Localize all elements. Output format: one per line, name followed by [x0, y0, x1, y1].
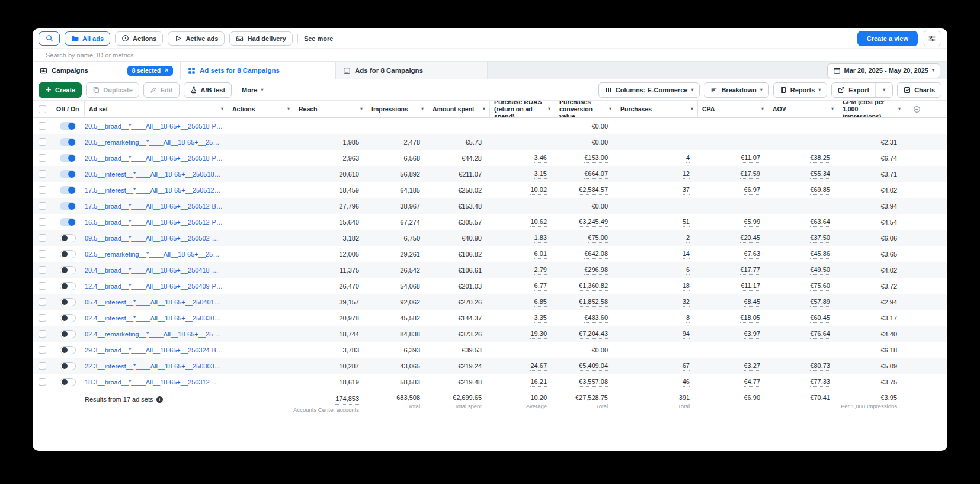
adset-toggle[interactable] [60, 346, 76, 354]
reports-button[interactable]: Reports ▾ [773, 82, 828, 98]
adset-name-link[interactable]: 02.4__interest__*____All__18-65+__250330… [85, 315, 223, 322]
adset-toggle[interactable] [60, 170, 76, 178]
adset-toggle[interactable] [60, 234, 76, 242]
edit-button[interactable]: Edit [143, 82, 180, 98]
col-header-cpa[interactable]: CPA▾ [698, 101, 768, 117]
view-settings-button[interactable] [923, 31, 941, 46]
adset-name-link[interactable]: 18.3__broad__*____All__18-65+__250312-UT… [85, 379, 223, 386]
adset-toggle[interactable] [60, 362, 76, 370]
search-input[interactable] [44, 51, 930, 59]
adset-name-link[interactable]: 16.5__broad__*____All__18-65+__250512-PS… [85, 219, 223, 226]
adset-name-link[interactable]: 17.5__broad__*____All__18-65+__250512-BA… [85, 203, 223, 210]
adset-name-link[interactable]: 20.5__interest__*____All__18-65+__250518… [85, 171, 223, 178]
create-button[interactable]: Create [39, 82, 82, 98]
info-icon[interactable]: i [156, 396, 163, 403]
row-checkbox[interactable] [39, 202, 46, 210]
date-range-picker[interactable]: Mar 20, 2025 - May 20, 2025 ▾ [827, 63, 941, 78]
adset-toggle[interactable] [60, 186, 76, 194]
export-options-button[interactable]: ▾ [875, 83, 892, 97]
adset-name-link[interactable]: 02.4__remarketing__*____All__18-65+__250… [85, 331, 223, 338]
total-value: €70.41 [810, 394, 830, 401]
row-checkbox[interactable] [39, 186, 46, 194]
adset-toggle[interactable] [60, 378, 76, 386]
select-all-checkbox[interactable] [39, 105, 46, 113]
col-header-name[interactable]: Ad set▾ [85, 101, 228, 117]
row-checkbox[interactable] [39, 330, 46, 338]
filter-chip-all-ads[interactable]: All ads [65, 31, 110, 46]
tab-campaigns[interactable]: Campaigns 8 selected × [33, 62, 181, 79]
adset-toggle[interactable] [60, 266, 76, 274]
create-view-button[interactable]: Create a view [857, 31, 918, 46]
col-header-actions[interactable]: Actions▾ [228, 101, 294, 117]
row-checkbox[interactable] [39, 218, 46, 226]
adset-toggle[interactable] [60, 202, 76, 210]
adset-name-link[interactable]: 20.5__broad__*____All__18-65+__250518-PS… [85, 155, 223, 162]
adset-name-link[interactable]: 09.5__broad__*____All__18-65+__250502-HD… [85, 235, 223, 242]
export-button[interactable]: Export [832, 83, 875, 97]
col-header-reach[interactable]: Reach▾ [294, 101, 367, 117]
col-header-roas[interactable]: Purchase ROAS (return on ad spend)▾ [490, 101, 555, 117]
see-more-button[interactable]: See more [303, 35, 335, 42]
charts-button[interactable]: Charts [897, 82, 941, 98]
breakdown-button[interactable]: Breakdown ▾ [704, 82, 768, 98]
adset-name-link[interactable]: 02.5__remarketing__*____All__18-65+__250… [85, 251, 223, 258]
flask-icon [190, 86, 197, 94]
duplicate-button[interactable]: Duplicate [86, 82, 139, 98]
adset-name-link[interactable]: 20.5__remarketing__*____All__18-65+__250… [85, 139, 223, 146]
col-header-purchases[interactable]: Purchases▾ [616, 101, 698, 117]
col-header-cpm[interactable]: CPM (cost per 1,000 impressions)▾ [838, 101, 905, 117]
row-checkbox[interactable] [39, 154, 46, 162]
adset-toggle[interactable] [60, 250, 76, 258]
col-header-spent[interactable]: Amount spent▾ [428, 101, 490, 117]
chevron-down-icon: ▾ [261, 88, 263, 92]
row-checkbox[interactable] [39, 138, 46, 146]
adset-name-link[interactable]: 20.5__broad__*____All__18-65+__250518-PS… [85, 123, 223, 130]
conv-cell: €7,204.43 [555, 326, 616, 342]
row-checkbox[interactable] [39, 314, 46, 322]
col-header-aov[interactable]: AOV▾ [768, 101, 838, 117]
row-checkbox[interactable] [39, 298, 46, 306]
adset-toggle[interactable] [60, 122, 76, 130]
adset-name-link[interactable]: 29.3__broad__*____All__18-65+__250324-BA… [85, 347, 223, 354]
tab-ad-sets[interactable]: Ad sets for 8 Campaigns [181, 62, 336, 79]
row-checkbox[interactable] [39, 266, 46, 274]
adset-toggle[interactable] [60, 282, 76, 290]
row-checkbox[interactable] [39, 234, 46, 242]
adset-toggle[interactable] [60, 154, 76, 162]
row-checkbox[interactable] [39, 122, 46, 130]
tab-ads[interactable]: Ads for 8 Campaigns [336, 62, 488, 79]
adset-toggle[interactable] [60, 314, 76, 322]
adset-toggle[interactable] [60, 298, 76, 306]
adset-toggle[interactable] [60, 138, 76, 146]
filter-chip-actions[interactable]: Actions [115, 31, 163, 46]
more-button[interactable]: More ▾ [236, 82, 269, 98]
filter-chip-active-ads[interactable]: Active ads [168, 31, 225, 46]
row-toggle-cell [52, 166, 85, 182]
row-checkbox[interactable] [39, 282, 46, 290]
row-checkbox[interactable] [39, 170, 46, 178]
row-checkbox[interactable] [39, 362, 46, 370]
adset-toggle[interactable] [60, 330, 76, 338]
adset-name-link[interactable]: 05.4__interest__*____All__18-65+__250401… [85, 299, 223, 306]
row-checkbox[interactable] [39, 346, 46, 354]
adset-name-link[interactable]: 20.4__broad__*____All__18-65+__250418-UG… [85, 267, 223, 274]
row-checkbox[interactable] [39, 378, 46, 386]
adset-name-link[interactable]: 17.5__interest__*____All__18-65+__250512… [85, 187, 223, 194]
col-header-label: Actions [232, 105, 255, 113]
row-toggle-cell [52, 134, 85, 150]
adset-name-link[interactable]: 12.4__broad__*____All__18-65+__250409-PS… [85, 283, 223, 290]
filter-chip-had-delivery[interactable]: Had delivery [229, 31, 292, 46]
ab-test-button[interactable]: A/B test [184, 82, 232, 98]
columns-button[interactable]: Columns: E-Commerce ▾ [598, 82, 700, 98]
impressions-cell: 26,542 [367, 262, 428, 278]
col-header-impressions[interactable]: Impressions▾ [367, 101, 428, 117]
col-header-conv[interactable]: Purchases conversion value▾ [555, 101, 616, 117]
add-column-icon[interactable] [909, 105, 921, 113]
adset-name-link[interactable]: 22.3__interest__*____All__18-65+__250303… [85, 363, 223, 370]
search-filter-button[interactable] [39, 31, 60, 46]
adset-toggle[interactable] [60, 218, 76, 226]
spent-cell: — [428, 118, 490, 134]
purchases-cell: — [616, 134, 698, 150]
clear-selection-icon[interactable]: × [165, 68, 168, 73]
row-checkbox[interactable] [39, 250, 46, 258]
